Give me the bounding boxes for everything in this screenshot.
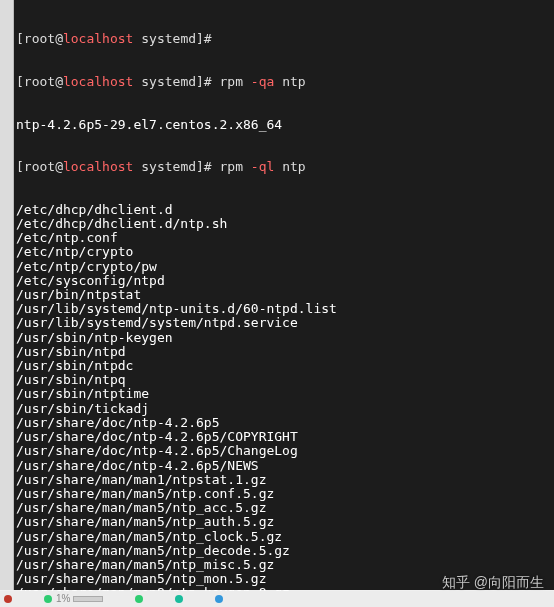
output-line: /usr/sbin/ntptime: [16, 387, 552, 401]
file-list: /etc/dhcp/dhclient.d/etc/dhcp/dhclient.d…: [16, 203, 552, 607]
output-line: ntp-4.2.6p5-29.el7.centos.2.x86_64: [16, 118, 552, 132]
dot-icon: [175, 595, 183, 603]
output-line: /usr/sbin/tickadj: [16, 402, 552, 416]
output-line: /usr/share/man/man5/ntp_acc.5.gz: [16, 501, 552, 515]
output-line: /usr/share/doc/ntp-4.2.6p5/COPYRIGHT: [16, 430, 552, 444]
prompt-line: [root@localhost systemd]# rpm -qa ntp: [16, 75, 552, 89]
output-line: /usr/sbin/ntp-keygen: [16, 331, 552, 345]
taskbar-item[interactable]: [175, 595, 187, 603]
watermark: 知乎 @向阳而生: [442, 575, 544, 589]
output-line: /etc/dhcp/dhclient.d/ntp.sh: [16, 217, 552, 231]
output-line: /usr/share/man/man5/ntp_auth.5.gz: [16, 515, 552, 529]
output-line: /usr/lib/systemd/ntp-units.d/60-ntpd.lis…: [16, 302, 552, 316]
dot-icon: [215, 595, 223, 603]
output-line: /usr/lib/systemd/system/ntpd.service: [16, 316, 552, 330]
progress-bar: [73, 596, 103, 602]
output-line: /usr/share/man/man1/ntpstat.1.gz: [16, 473, 552, 487]
output-line: /usr/bin/ntpstat: [16, 288, 552, 302]
output-line: /usr/share/man/man5/ntp_decode.5.gz: [16, 544, 552, 558]
output-line: /usr/sbin/ntpd: [16, 345, 552, 359]
output-line: /etc/sysconfig/ntpd: [16, 274, 552, 288]
output-line: /usr/sbin/ntpdc: [16, 359, 552, 373]
prompt-line: [root@localhost systemd]# rpm -ql ntp: [16, 160, 552, 174]
output-line: /etc/dhcp/dhclient.d: [16, 203, 552, 217]
taskbar-item[interactable]: 1%: [44, 592, 107, 606]
taskbar-item[interactable]: [135, 595, 147, 603]
output-line: /etc/ntp.conf: [16, 231, 552, 245]
taskbar: 1%: [0, 591, 554, 607]
taskbar-item[interactable]: [215, 595, 227, 603]
output-line: /usr/share/doc/ntp-4.2.6p5/ChangeLog: [16, 444, 552, 458]
output-line: /etc/ntp/crypto/pw: [16, 260, 552, 274]
output-line: /usr/share/doc/ntp-4.2.6p5/NEWS: [16, 459, 552, 473]
output-line: /usr/share/doc/ntp-4.2.6p5: [16, 416, 552, 430]
output-line: /usr/share/man/man5/ntp.conf.5.gz: [16, 487, 552, 501]
prompt-line: [root@localhost systemd]#: [16, 32, 552, 46]
scrollbar-gutter[interactable]: [0, 0, 14, 590]
terminal-output[interactable]: [root@localhost systemd]# [root@localhos…: [14, 0, 554, 590]
dot-icon: [44, 595, 52, 603]
output-line: /usr/share/man/man5/ntp_clock.5.gz: [16, 530, 552, 544]
taskbar-item[interactable]: [4, 595, 16, 603]
terminal-window: [root@localhost systemd]# [root@localhos…: [0, 0, 554, 590]
dot-icon: [135, 595, 143, 603]
dot-icon: [4, 595, 12, 603]
output-line: /usr/sbin/ntpq: [16, 373, 552, 387]
output-line: /usr/share/man/man5/ntp_misc.5.gz: [16, 558, 552, 572]
output-line: /etc/ntp/crypto: [16, 245, 552, 259]
